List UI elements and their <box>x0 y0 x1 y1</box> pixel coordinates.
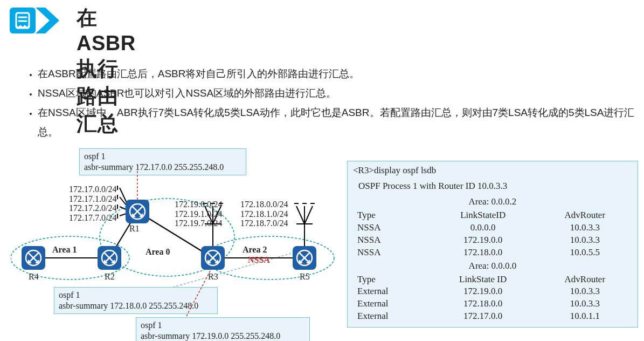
cell-adv: 10.0.3.3 <box>538 285 632 298</box>
cell-lsid: 172.18.0.0 <box>428 247 538 259</box>
router-r4-icon <box>22 246 45 270</box>
cell-type: NSSA <box>353 234 428 247</box>
document-icon <box>10 8 36 33</box>
svg-marker-3 <box>36 8 59 33</box>
cell-lsid: 172.19.0.0 <box>428 285 538 298</box>
area2-label: Area 2 <box>243 245 267 255</box>
router-r3-icon <box>201 246 225 270</box>
cli-command: <R3>display ospf lsdb <box>353 165 632 177</box>
area0-label: Area 0 <box>146 247 170 257</box>
bullet-list: 在ASBR配置路由汇总后，ASBR将对自己所引入的外部路由进行汇总。 NSSA区… <box>16 64 644 142</box>
cli-output-box: <R3>display ospf lsdb OSPF Process 1 wit… <box>347 161 638 328</box>
area1-label: Area 1 <box>52 245 77 255</box>
cli-process-line: OSPF Process 1 with Router ID 10.0.3.3 <box>358 180 632 193</box>
list-item: 在NSSA区域中，ABR执行7类LSA转化成5类LSA动作，此时它也是ASBR。… <box>38 103 644 142</box>
list-item: NSSA区域的ASBR也可以对引入NSSA区域的外部路由进行汇总。 <box>38 84 644 103</box>
cell-lsid: 172.18.0.0 <box>428 298 538 310</box>
table-row: NSSA 0.0.0.0 10.0.3.3 <box>353 222 632 234</box>
svg-line-34 <box>304 206 313 224</box>
cell-type: External <box>353 298 428 310</box>
col-header: LinkStateID <box>428 209 538 222</box>
area-header-02: Area: 0.0.0.2 <box>353 196 632 208</box>
col-header: AdvRouter <box>538 274 632 286</box>
subnets-r5: 172.18.0.0/24 172.18.1.0/24 172.18.7.0/2… <box>240 200 288 228</box>
cell-lsid: 172.19.0.0 <box>428 234 538 247</box>
router-r5-icon <box>293 246 316 270</box>
cell-lsid: 172.17.0.0 <box>428 310 538 323</box>
list-item: 在ASBR配置路由汇总后，ASBR将对自己所引入的外部路由进行汇总。 <box>38 64 644 84</box>
router-r1-icon <box>126 200 149 223</box>
nssa-label: NSSA <box>248 255 270 265</box>
chevron-right-icon <box>36 8 63 33</box>
table-row: NSSA 172.18.0.0 10.0.5.5 <box>353 247 632 259</box>
svg-line-8 <box>174 250 302 287</box>
cell-type: External <box>353 310 428 323</box>
router-r4-label: R4 <box>29 272 39 282</box>
col-header: Type <box>353 209 428 222</box>
lsdb-table-area02: Type LinkStateID AdvRouter NSSA 0.0.0.0 … <box>353 209 632 259</box>
cell-adv: 10.0.3.3 <box>538 222 632 234</box>
table-row: External 172.17.0.0 10.0.1.1 <box>353 310 632 323</box>
subnets-r1: 172.17.0.0/24 172.17.1.0/24 172.17.2.0/2… <box>69 185 116 222</box>
table-row: NSSA 172.19.0.0 10.0.3.3 <box>353 234 632 247</box>
lsdb-table-area00: Type LinkState ID AdvRouter External 172… <box>353 274 632 323</box>
cell-adv: 10.0.3.3 <box>538 298 632 310</box>
router-r3-label: R3 <box>208 272 218 282</box>
svg-line-32 <box>296 206 304 224</box>
cell-adv: 10.0.1.1 <box>538 310 632 323</box>
cell-type: External <box>353 285 428 298</box>
network-diagram: ospf 1 asbr-summary 172.17.0.0 255.255.2… <box>11 146 345 335</box>
col-header: Type <box>353 274 428 286</box>
table-row: External 172.18.0.0 10.0.3.3 <box>353 298 632 310</box>
subnets-r3: 172.19.0.0/24 172.19.1.0/24 172.19.7.0/2… <box>175 200 222 228</box>
area-header-00: Area: 0.0.0.0 <box>353 260 632 272</box>
col-header: AdvRouter <box>538 209 632 222</box>
router-r2-label: R2 <box>105 272 115 282</box>
cell-adv: 10.0.3.3 <box>538 234 632 247</box>
col-header: LinkState ID <box>428 274 538 286</box>
router-r1-label: R1 <box>129 224 140 234</box>
svg-line-9 <box>186 271 210 317</box>
router-r5-label: R5 <box>300 272 310 282</box>
cell-adv: 10.0.5.5 <box>538 247 632 259</box>
table-row: External 172.19.0.0 10.0.3.3 <box>353 285 632 298</box>
cell-lsid: 0.0.0.0 <box>428 222 538 234</box>
cell-type: NSSA <box>353 247 428 259</box>
cell-type: NSSA <box>353 222 428 234</box>
topology-svg <box>11 146 345 340</box>
router-r2-icon <box>98 246 121 270</box>
